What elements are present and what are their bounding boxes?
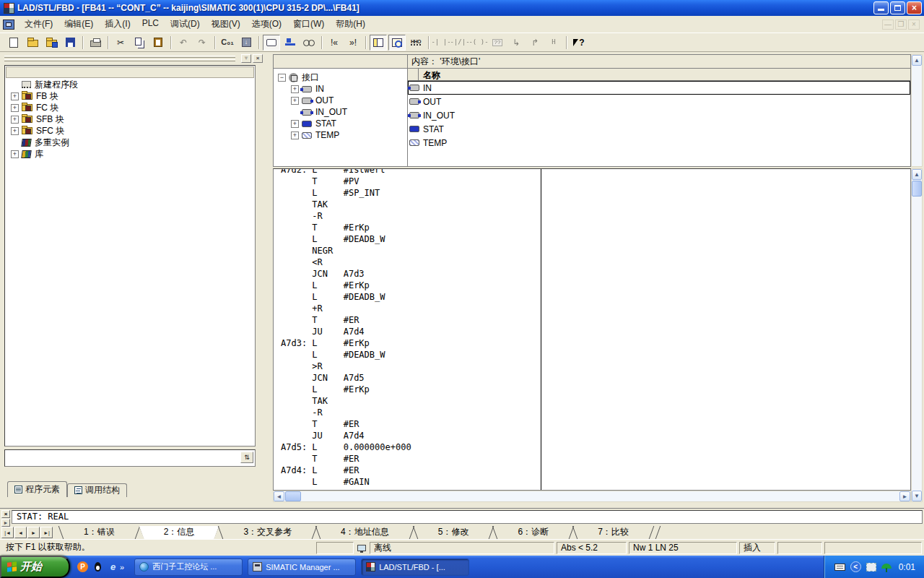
output-tab[interactable]: 3：交叉参考 (219, 526, 316, 539)
contact-nc-button[interactable]: -|/|- (451, 35, 468, 51)
dock-header[interactable]: ▼ × (3, 53, 264, 64)
tree-item[interactable]: +SFB 块 (5, 113, 255, 125)
menu-item[interactable]: 调试(D) (165, 16, 206, 33)
horizontal-scroll-thumb[interactable] (285, 491, 301, 501)
tab-call-structure[interactable]: 调用结构 (67, 483, 127, 497)
open-online-button[interactable] (43, 35, 60, 51)
quick-launch-overflow[interactable]: » (120, 563, 124, 571)
tree-item-in[interactable]: +IN (274, 83, 407, 95)
open-file-button[interactable] (24, 35, 41, 51)
table-row[interactable]: OUT (408, 95, 910, 108)
taskbar-task[interactable]: LAD/STL/FBD - [... (361, 558, 469, 576)
new-file-button[interactable] (5, 35, 22, 51)
output-tab[interactable]: 4：地址信息 (316, 526, 414, 539)
tree-item[interactable]: +SFC 块 (5, 125, 255, 137)
t-branch-button[interactable]: H (545, 35, 562, 51)
plus-expander-icon[interactable]: + (11, 116, 19, 124)
plus-expander-icon[interactable]: + (291, 85, 299, 93)
menu-item[interactable]: 窗口(W) (287, 16, 330, 33)
table-row[interactable]: STAT (408, 122, 910, 136)
prev-error-button[interactable]: !« (326, 35, 343, 51)
taskbar-task[interactable]: 西门子工控论坛 ... (134, 558, 243, 576)
tree-item[interactable]: +FB 块 (5, 90, 255, 102)
dock-dropdown-button[interactable]: ▼ (241, 54, 251, 63)
restore-button[interactable] (890, 1, 905, 14)
interface-scrollbar[interactable]: ▲ (911, 54, 923, 167)
tree-item-in_out[interactable]: IN_OUT (274, 106, 407, 118)
dock-close-button[interactable]: × (253, 54, 263, 63)
menu-item[interactable]: PLC (136, 16, 165, 33)
scroll-right-button[interactable]: ► (899, 491, 910, 501)
tree-item[interactable]: +库 (5, 148, 255, 160)
redo-button[interactable]: ↷ (193, 35, 211, 51)
update-call-button[interactable]: C₀₁ (219, 35, 236, 51)
name-column-header[interactable]: 名称 (419, 69, 440, 80)
scroll-left-button[interactable]: ◄ (274, 491, 284, 501)
copy-button[interactable] (131, 35, 148, 51)
scroll-up-button[interactable]: ▲ (912, 55, 922, 66)
start-button[interactable]: 开始 (0, 556, 70, 578)
table-row[interactable]: IN (408, 81, 910, 95)
table-row[interactable]: IN_OUT (408, 108, 910, 122)
menu-item[interactable]: 插入(I) (99, 16, 136, 33)
scroll-up-button[interactable]: ▲ (912, 169, 922, 180)
table-row[interactable]: TEMP (408, 136, 910, 150)
symbol-info-button[interactable]: HHO (407, 35, 424, 51)
comment-toggle-button[interactable] (263, 35, 280, 51)
save-button[interactable] (61, 35, 79, 51)
download-button[interactable]: ↓ (237, 35, 255, 51)
scroll-down-button[interactable]: ▼ (912, 491, 922, 501)
minimize-button[interactable] (873, 1, 889, 14)
coil-button[interactable]: -( )- (470, 35, 487, 51)
close-button[interactable]: × (907, 1, 922, 14)
code-horizontal-scrollbar[interactable]: ◄ ► (273, 491, 911, 502)
next-error-button[interactable]: »! (344, 35, 362, 51)
output-nav-button-2[interactable]: ► (27, 527, 40, 538)
menu-item[interactable]: 选项(O) (246, 16, 287, 33)
undo-button[interactable]: ↶ (175, 35, 192, 51)
output-close-button[interactable]: × (1, 510, 10, 518)
language-bar-icon[interactable]: < (850, 561, 861, 572)
mdi-minimize-button[interactable]: — (882, 20, 894, 30)
display-tray-icon[interactable] (866, 563, 876, 571)
view-lad-toggle[interactable] (370, 35, 387, 51)
plus-expander-icon[interactable]: + (291, 131, 299, 139)
menu-item[interactable]: 编辑(E) (58, 16, 99, 33)
pps-icon[interactable]: P (77, 561, 88, 572)
stl-code[interactable]: A7d2: L #Istwert T #PV L #SP_INT TAK -R … (274, 168, 910, 488)
menu-item[interactable]: 视图(V) (206, 16, 246, 33)
tree-item[interactable]: 多重实例 (5, 137, 255, 148)
symbol-representation-button[interactable] (282, 35, 299, 51)
output-nav-button-0[interactable]: |◄ (1, 527, 14, 538)
output-tab[interactable]: 2：信息 (139, 526, 219, 539)
minus-expander-icon[interactable]: − (278, 74, 286, 82)
plus-expander-icon[interactable]: + (11, 127, 19, 135)
menu-item[interactable]: 帮助(H) (330, 16, 371, 33)
plus-expander-icon[interactable]: + (291, 97, 299, 105)
ie-icon[interactable]: e (108, 561, 118, 572)
view-overview-toggle[interactable] (388, 35, 406, 51)
plus-expander-icon[interactable]: + (11, 104, 19, 112)
tree-item-interface[interactable]: −接口 (274, 72, 407, 83)
mdi-close-button[interactable]: × (908, 20, 920, 30)
output-nav-button-3[interactable]: ►| (40, 527, 53, 538)
code-vertical-scrollbar[interactable]: ▲ ▼ (911, 168, 923, 502)
keyboard-icon[interactable] (834, 564, 845, 571)
stl-code-editor[interactable]: A7d2: L #Istwert T #PV L #SP_INT TAK -R … (273, 168, 911, 491)
menu-item[interactable]: 文件(F) (19, 16, 58, 33)
mdi-document-icon[interactable] (3, 20, 14, 30)
monitor-glasses-button[interactable] (300, 35, 318, 51)
plus-expander-icon[interactable]: + (291, 120, 299, 128)
sort-button[interactable]: ⇅ (240, 452, 253, 463)
output-nav-button-1[interactable]: ◄ (14, 527, 27, 538)
umbrella-tray-icon[interactable] (881, 564, 892, 569)
tree-item-temp[interactable]: +TEMP (274, 129, 407, 141)
close-branch-button[interactable]: ↱ (526, 35, 544, 51)
paste-button[interactable] (149, 35, 167, 51)
open-branch-button[interactable]: ↳ (507, 35, 525, 51)
tree-item-stat[interactable]: +STAT (274, 118, 407, 129)
output-tab[interactable]: 1：错误 (59, 526, 139, 539)
tree-item[interactable]: +FC 块 (5, 102, 255, 113)
output-tab[interactable]: 5：修改 (414, 526, 494, 539)
help-pointer-button[interactable]: ? (570, 35, 588, 51)
